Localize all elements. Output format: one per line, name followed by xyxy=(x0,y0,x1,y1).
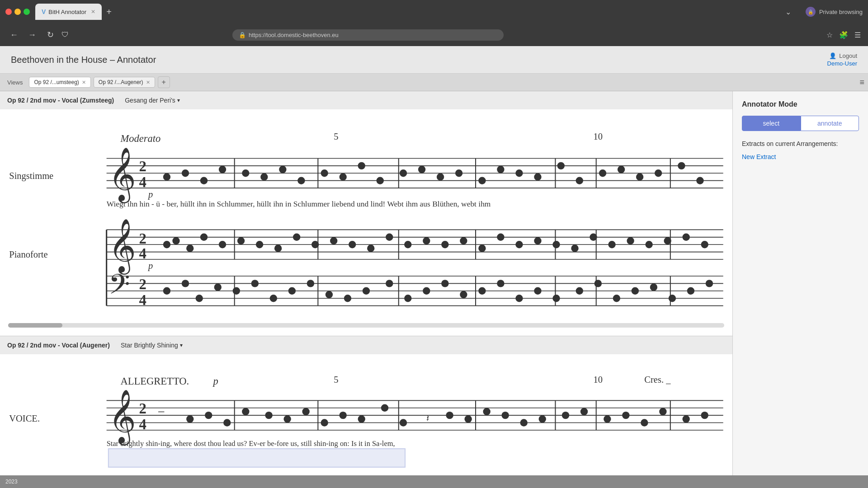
bookmark-icon[interactable]: ☆ xyxy=(826,31,833,39)
scores-panel[interactable]: Op 92 / 2nd mov - Vocal (Zumsteeg) Gesan… xyxy=(0,91,732,475)
svg-point-120 xyxy=(423,287,430,295)
user-icon: 👤 xyxy=(829,52,836,59)
scrollbar-thumb-1[interactable] xyxy=(8,323,62,328)
tabs-dropdown-icon[interactable]: ⌄ xyxy=(785,8,791,16)
extensions-icon[interactable]: 🧩 xyxy=(839,31,848,39)
footer-year: 2023 xyxy=(5,479,18,485)
view-tab-zumsteeg[interactable]: Op 92 /...umsteeg) ✕ xyxy=(29,77,90,88)
svg-point-108 xyxy=(196,295,203,302)
svg-point-79 xyxy=(497,234,504,241)
svg-point-73 xyxy=(386,234,393,241)
svg-text:4: 4 xyxy=(139,245,146,262)
minimize-button[interactable] xyxy=(14,9,21,15)
svg-point-72 xyxy=(367,244,374,252)
private-browsing-icon: 🔒 xyxy=(806,7,816,17)
menu-icon[interactable]: ☰ xyxy=(854,31,861,39)
svg-point-165 xyxy=(283,415,291,422)
maximize-button[interactable] xyxy=(24,9,30,15)
svg-point-173 xyxy=(446,412,453,419)
svg-point-174 xyxy=(464,415,472,422)
horizontal-scrollbar-1[interactable] xyxy=(8,323,724,328)
svg-text:4: 4 xyxy=(139,174,146,190)
svg-text:4: 4 xyxy=(139,416,146,432)
svg-point-75 xyxy=(423,237,430,244)
arrangement-dropdown-augener[interactable]: Star Brightly Shining ▾ xyxy=(121,342,183,349)
new-tab-button[interactable]: + xyxy=(103,5,115,19)
svg-point-62 xyxy=(186,244,193,252)
logout-button[interactable]: Logout xyxy=(839,52,857,59)
svg-point-60 xyxy=(163,241,170,248)
svg-text:Moderato: Moderato xyxy=(120,133,160,144)
svg-point-65 xyxy=(237,237,245,244)
svg-point-125 xyxy=(515,295,523,302)
svg-point-118 xyxy=(386,280,393,287)
tab-close-icon[interactable]: ✕ xyxy=(91,9,95,15)
demo-user-label[interactable]: Demo-User xyxy=(827,60,857,67)
svg-point-67 xyxy=(274,244,282,252)
lock-icon: 🔒 xyxy=(239,32,246,38)
svg-point-107 xyxy=(182,280,189,287)
svg-point-33 xyxy=(534,173,541,180)
user-actions: 👤 Logout Demo-User xyxy=(827,52,857,67)
svg-point-161 xyxy=(205,412,212,419)
svg-point-134 xyxy=(687,287,694,295)
forward-button[interactable]: → xyxy=(25,28,39,42)
svg-point-122 xyxy=(460,291,467,298)
svg-point-133 xyxy=(669,295,676,302)
svg-text:p: p xyxy=(147,189,153,200)
view-tab-augener[interactable]: Op 92 /...Augener) ✕ xyxy=(94,77,155,88)
svg-point-85 xyxy=(608,241,615,248)
svg-point-183 xyxy=(641,419,648,427)
arrangement-dropdown-zumsteeg[interactable]: Gesang der Peri's ▾ xyxy=(125,97,180,104)
view-tab-close-1[interactable]: ✕ xyxy=(82,80,86,85)
views-label: Views xyxy=(4,77,26,88)
select-mode-button[interactable]: select xyxy=(742,116,801,131)
svg-point-81 xyxy=(534,237,541,244)
svg-point-66 xyxy=(256,241,263,248)
view-tab-close-2[interactable]: ✕ xyxy=(146,80,150,85)
svg-point-135 xyxy=(706,280,713,287)
svg-point-70 xyxy=(330,237,337,244)
svg-point-31 xyxy=(497,166,504,173)
svg-point-168 xyxy=(340,412,347,419)
svg-rect-195 xyxy=(108,449,405,467)
svg-point-169 xyxy=(358,415,365,422)
svg-text:p: p xyxy=(147,261,153,271)
score-header-zumsteeg: Op 92 / 2nd mov - Vocal (Zumsteeg) Gesan… xyxy=(0,91,732,109)
svg-point-121 xyxy=(441,280,448,287)
svg-point-71 xyxy=(349,241,356,248)
arrangement-dropdown-arrow-augener: ▾ xyxy=(180,342,183,348)
svg-point-20 xyxy=(279,166,286,173)
svg-point-126 xyxy=(534,287,541,295)
svg-point-115 xyxy=(326,291,333,298)
tab-title: BitH Annotator xyxy=(48,9,86,15)
add-view-button[interactable]: + xyxy=(158,76,170,88)
annotate-mode-button[interactable]: annotate xyxy=(801,116,859,131)
svg-point-30 xyxy=(478,177,486,184)
svg-point-21 xyxy=(297,177,305,184)
svg-text:Wiegt ihn hin - ü - ber, hüllt: Wiegt ihn hin - ü - ber, hüllt ihn in Sc… xyxy=(107,199,491,208)
svg-point-160 xyxy=(186,415,193,422)
score-title-zumsteeg: Op 92 / 2nd mov - Vocal (Zumsteeg) xyxy=(7,97,114,104)
score-section-augener: Op 92 / 2nd mov - Vocal (Augener) Star B… xyxy=(0,336,732,475)
svg-point-164 xyxy=(265,412,272,419)
close-button[interactable] xyxy=(5,9,12,15)
score-section-zumsteeg: Op 92 / 2nd mov - Vocal (Zumsteeg) Gesan… xyxy=(0,91,732,336)
new-extract-button[interactable]: New Extract xyxy=(742,153,776,160)
address-url[interactable]: https://tool.domestic-beethoven.eu xyxy=(249,32,339,38)
svg-text:2: 2 xyxy=(139,400,146,417)
back-button[interactable]: ← xyxy=(7,28,21,42)
arrangement-dropdown-arrow-zumsteeg: ▾ xyxy=(177,97,180,103)
views-menu-button[interactable]: ≡ xyxy=(859,78,864,87)
svg-point-90 xyxy=(701,241,708,248)
reload-button[interactable]: ↻ xyxy=(43,28,57,42)
traffic-lights xyxy=(5,9,30,15)
svg-point-132 xyxy=(650,283,657,291)
svg-point-32 xyxy=(515,169,523,177)
browser-tab-active[interactable]: V BitH Annotator ✕ xyxy=(35,4,102,20)
svg-point-171 xyxy=(400,419,407,427)
svg-point-124 xyxy=(497,280,504,287)
svg-point-111 xyxy=(251,280,259,287)
svg-point-179 xyxy=(562,412,569,419)
arrangement-label-augener: Star Brightly Shining xyxy=(121,342,178,349)
